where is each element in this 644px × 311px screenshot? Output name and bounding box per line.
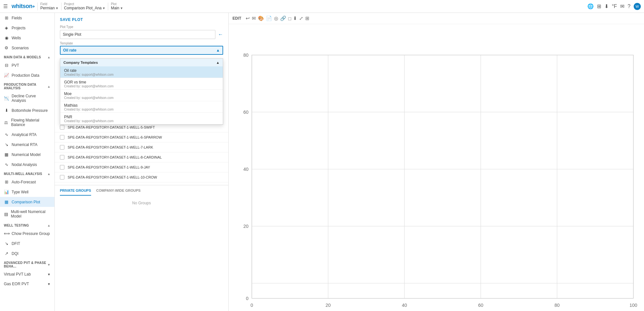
well-checkbox-1[interactable]: [60, 135, 64, 140]
sidebar-item-pvt[interactable]: ⊟ PVT: [0, 60, 54, 70]
sidebar-item-dfit[interactable]: ↘ DFIT: [0, 238, 54, 248]
sidebar-item-label-wells: Wells: [12, 36, 21, 40]
sidebar-item-label-multi-well-numerical: Multi-well Numerical Model: [11, 209, 51, 219]
well-testing-toggle[interactable]: ▲: [47, 224, 51, 227]
sidebar-item-auto-forecast[interactable]: ⊞ Auto-Forecast: [0, 177, 54, 187]
svg-text:20: 20: [326, 303, 331, 308]
sidebar-item-virtual-pvt[interactable]: Virtual PVT Lab ▼: [0, 269, 54, 279]
sidebar-item-wells[interactable]: ◉ Wells: [0, 33, 54, 43]
user-icon[interactable]: W: [634, 3, 641, 10]
production-data-icon: 📈: [4, 73, 9, 78]
template-item-oil-rate[interactable]: Oil rate Created by: support@whitson.com: [60, 66, 223, 78]
chart-area: EDIT ↩ ✉ 🎨 📄 ◎ 🔗 □ ⬇ ⤢ ⊞: [229, 13, 644, 311]
template-dropdown-list: Company Templates ▲ Oil rate Created by:…: [60, 58, 223, 125]
company-templates-collapse-icon[interactable]: ▲: [216, 61, 220, 64]
expand-icon[interactable]: ⤢: [299, 15, 303, 21]
sidebar-item-scenarios[interactable]: ⚙ Scenarios: [0, 43, 54, 53]
production-analysis-toggle[interactable]: ▲: [47, 85, 51, 88]
menu-icon[interactable]: ☰: [3, 3, 8, 9]
multi-well-numerical-icon: ▤: [4, 212, 8, 217]
template-container: Template Oil rate ▲ Company Templates ▲ …: [55, 42, 228, 55]
svg-text:100: 100: [630, 303, 637, 308]
plot-value[interactable]: Main ▼: [111, 6, 123, 10]
sidebar-item-label-comparison-plot: Comparison Plot: [12, 200, 40, 204]
fullscreen-icon[interactable]: ⊞: [305, 15, 309, 21]
well-checkbox-5[interactable]: [60, 175, 64, 180]
plot-selector[interactable]: Plot Main ▼: [111, 2, 123, 10]
email-chart-icon[interactable]: ✉: [252, 15, 256, 21]
export-pdf-icon[interactable]: 📄: [266, 15, 272, 21]
template-item-mathias[interactable]: Mathias Created by: support@whitson.com: [60, 101, 223, 113]
back-arrow-icon[interactable]: ←: [218, 32, 223, 37]
download-icon[interactable]: ⬇: [604, 3, 609, 9]
sidebar-item-label-numerical-model: Numerical Model: [12, 152, 41, 157]
type-well-icon: 📊: [4, 190, 9, 194]
download-chart-icon[interactable]: ⬇: [293, 15, 297, 21]
sidebar-item-flowing-material[interactable]: ⚖ Flowing Material Balance: [0, 115, 54, 130]
sidebar-item-numerical-model[interactable]: ▦ Numerical Model: [0, 150, 54, 160]
advanced-pvt-toggle[interactable]: ▼: [47, 263, 51, 267]
svg-rect-12: [252, 55, 633, 298]
sidebar-item-comparison-plot[interactable]: ▦ Comparison Plot: [0, 197, 54, 207]
color-icon[interactable]: 🎨: [258, 15, 264, 21]
undo-icon[interactable]: ↩: [246, 15, 250, 21]
square-icon[interactable]: □: [288, 16, 291, 21]
sidebar-item-analytical-rta[interactable]: ∿ Analytical RTA: [0, 130, 54, 140]
sidebar-item-dqi[interactable]: ↗ DQI: [0, 248, 54, 258]
sidebar-item-bottomhole[interactable]: ⬇ Bottomhole Pressure: [0, 105, 54, 115]
field-selector[interactable]: Field Permian ▼: [40, 2, 59, 10]
help-icon[interactable]: ?: [628, 4, 630, 9]
project-value[interactable]: Comparison Plot_Ana ▼: [64, 6, 106, 10]
well-name-4: SPE-DATA-REPOSITORY-DATASET-1-WELL-9-JAY: [68, 165, 150, 169]
sidebar-item-chow-pressure[interactable]: ⟺ Chow Pressure Group: [0, 228, 54, 238]
template-item-created-oil-rate: Created by: support@whitson.com: [64, 73, 219, 76]
dfit-icon: ↘: [4, 241, 9, 246]
sidebar-item-type-well[interactable]: 📊 Type Well: [0, 187, 54, 197]
sidebar-item-gas-eor[interactable]: Gas EOR PVT ▼: [0, 279, 54, 289]
sidebar-item-multi-well-numerical[interactable]: ▤ Multi-well Numerical Model: [0, 207, 54, 221]
plot-type-dropdown[interactable]: Single Plot: [60, 30, 215, 39]
project-label: Project: [64, 2, 106, 6]
temperature-icon[interactable]: °F: [612, 4, 617, 9]
globe-icon[interactable]: 🌐: [587, 3, 594, 9]
save-plot-button[interactable]: SAVE PLOT: [60, 17, 83, 22]
private-groups-tab[interactable]: PRIVATE GROUPS: [60, 185, 91, 196]
circle-icon[interactable]: ◎: [274, 15, 278, 21]
template-item-gor[interactable]: GOR vs time Created by: support@whitson.…: [60, 78, 223, 90]
sidebar-item-label-virtual-pvt: Virtual PVT Lab: [4, 272, 31, 277]
main-data-toggle[interactable]: ▲: [47, 55, 51, 59]
sidebar-item-label-type-well: Type Well: [12, 190, 28, 194]
sidebar-item-nodal-analysis[interactable]: ∿ Nodal Analysis: [0, 160, 54, 170]
sidebar-item-label-flowing-material: Flowing Material Balance: [11, 118, 51, 127]
sidebar-item-fields[interactable]: ⊞ Fields: [0, 13, 54, 23]
top-nav-right: 🌐 ⊞ ⬇ °F ✉ ? W: [587, 3, 641, 10]
company-wide-groups-tab[interactable]: COMPANY-WIDE GROUPS: [96, 185, 141, 196]
sidebar-item-projects[interactable]: ◈ Projects: [0, 23, 54, 33]
groups-tabs: PRIVATE GROUPS COMPANY-WIDE GROUPS: [55, 185, 228, 196]
template-item-pnr[interactable]: PNR Created by: support@whitson.com: [60, 113, 223, 124]
well-checkbox-2[interactable]: [60, 145, 64, 150]
sidebar-item-production-data[interactable]: 📈 Production Data: [0, 70, 54, 80]
project-selector[interactable]: Project Comparison Plot_Ana ▼: [64, 2, 106, 10]
message-icon[interactable]: ✉: [620, 3, 624, 9]
well-name-5: SPE-DATA-REPOSITORY-DATASET-1-WELL-10-CR…: [68, 175, 157, 179]
nav-divider-1: [37, 3, 38, 10]
pvt-icon: ⊟: [4, 63, 9, 68]
grid-icon[interactable]: ⊞: [597, 3, 601, 9]
numerical-rta-icon: ↘: [4, 142, 9, 147]
sidebar-item-numerical-rta[interactable]: ↘ Numerical RTA: [0, 140, 54, 150]
template-item-moe[interactable]: Moe Created by: support@whitson.com: [60, 90, 223, 101]
well-checkbox-0[interactable]: [60, 125, 64, 130]
fields-icon: ⊞: [4, 15, 9, 20]
svg-text:20: 20: [243, 224, 249, 229]
well-checkbox-4[interactable]: [60, 165, 64, 170]
link-icon[interactable]: 🔗: [280, 15, 286, 21]
template-items-scroll: Oil rate Created by: support@whitson.com…: [60, 66, 223, 124]
template-select-box[interactable]: Oil rate ▲: [60, 46, 223, 55]
section-multi-well: Multi-Well Analysis ▲: [0, 170, 54, 177]
well-checkbox-3[interactable]: [60, 155, 64, 160]
sidebar-item-decline-curve[interactable]: 📉 Decline Curve Analysis: [0, 91, 54, 105]
sidebar-item-label-dfit: DFIT: [12, 241, 20, 246]
multi-well-toggle[interactable]: ▲: [47, 172, 51, 176]
field-value[interactable]: Permian ▼: [40, 6, 59, 10]
